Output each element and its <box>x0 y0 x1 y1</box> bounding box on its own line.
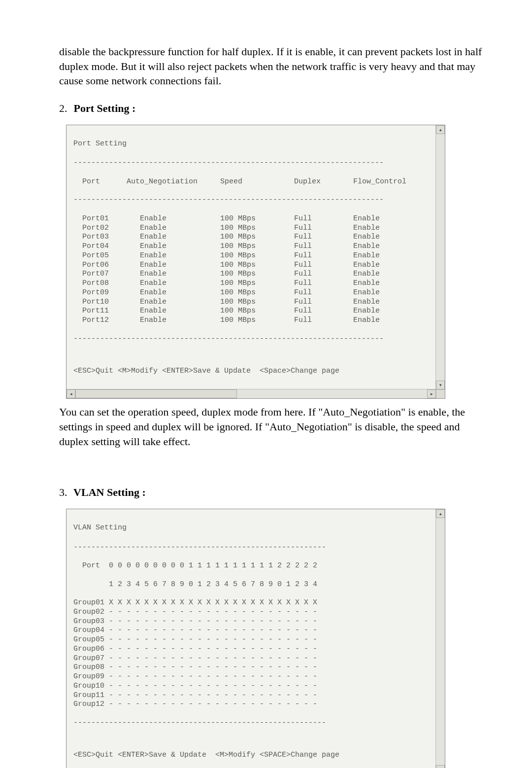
scroll-down-icon[interactable]: ▾ <box>436 765 445 768</box>
cell-auto-negotiation: Enable <box>127 261 220 270</box>
cell-auto-negotiation: Enable <box>127 298 220 307</box>
cell-port: Port01 <box>82 214 127 224</box>
col-duplex: Duplex <box>294 177 353 187</box>
cell-auto-negotiation: Enable <box>127 307 220 316</box>
table-row: Port11 Enable100 MBpsFullEnable <box>73 307 438 316</box>
table-row: Port10 Enable100 MBpsFullEnable <box>73 298 438 307</box>
scroll-right-icon[interactable]: ▸ <box>427 389 436 398</box>
vlan-window-footer: <ESC>Quit <ENTER>Save & Update <M>Modify… <box>73 751 438 760</box>
scroll-down-icon[interactable]: ▾ <box>436 381 445 389</box>
col-speed: Speed <box>220 177 294 187</box>
cell-port: Port05 <box>82 251 127 261</box>
separator: ----------------------------------------… <box>73 335 438 344</box>
intro-paragraph: disable the backpressure function for ha… <box>59 44 483 88</box>
cell-speed: 100 MBps <box>220 288 294 298</box>
scrollbar-vertical[interactable]: ▴ ▾ <box>435 509 445 768</box>
cell-flow-control: Enable <box>353 298 412 307</box>
cell-auto-negotiation: Enable <box>127 214 220 224</box>
cell-port: Port04 <box>82 242 127 251</box>
table-row: Group11 - - - - - - - - - - - - - - - - … <box>73 691 438 700</box>
cell-speed: 100 MBps <box>220 316 294 325</box>
cell-duplex: Full <box>294 288 353 298</box>
cell-flow-control: Enable <box>353 214 412 224</box>
cell-port: Port08 <box>82 279 127 288</box>
table-row: Port02 Enable100 MBpsFullEnable <box>73 224 438 233</box>
scroll-up-icon[interactable]: ▴ <box>436 125 445 134</box>
cell-flow-control: Enable <box>353 279 412 288</box>
cell-speed: 100 MBps <box>220 298 294 307</box>
cell-duplex: Full <box>294 251 353 261</box>
cell-speed: 100 MBps <box>220 307 294 316</box>
section-colon: : <box>130 102 136 114</box>
col-flow: Flow_Control <box>353 177 412 187</box>
table-row: Group03 - - - - - - - - - - - - - - - - … <box>73 617 438 627</box>
cell-auto-negotiation: Enable <box>127 288 220 298</box>
cell-auto-negotiation: Enable <box>127 233 220 242</box>
section-title: Port Setting <box>74 102 130 114</box>
cell-auto-negotiation: Enable <box>127 316 220 325</box>
cell-speed: 100 MBps <box>220 224 294 233</box>
table-row: Port05 Enable100 MBpsFullEnable <box>73 251 438 261</box>
cell-port: Port12 <box>82 316 127 325</box>
cell-speed: 100 MBps <box>220 270 294 279</box>
separator: ----------------------------------------… <box>73 719 438 728</box>
vlan-setting-window: VLAN Setting ---------------------------… <box>66 509 445 768</box>
table-row: Port03 Enable100 MBpsFullEnable <box>73 233 438 242</box>
cell-port: Port07 <box>82 270 127 279</box>
scroll-thumb[interactable] <box>75 389 237 398</box>
scroll-track[interactable] <box>436 518 445 765</box>
section-number: 2. <box>59 102 71 115</box>
cell-auto-negotiation: Enable <box>127 224 220 233</box>
table-row: Group08 - - - - - - - - - - - - - - - - … <box>73 663 438 672</box>
vlan-header-row-2: 1 2 3 4 5 6 7 8 9 0 1 2 3 4 5 6 7 8 9 0 … <box>73 580 438 590</box>
table-row: Port12 Enable100 MBpsFullEnable <box>73 316 438 325</box>
cell-duplex: Full <box>294 316 353 325</box>
table-row: Group06 - - - - - - - - - - - - - - - - … <box>73 645 438 654</box>
table-row: Group05 - - - - - - - - - - - - - - - - … <box>73 635 438 645</box>
cell-flow-control: Enable <box>353 233 412 242</box>
scroll-left-icon[interactable]: ◂ <box>66 389 75 398</box>
scrollbar-vertical[interactable]: ▴ ▾ <box>435 125 445 389</box>
cell-duplex: Full <box>294 214 353 224</box>
section-number: 3. <box>59 486 71 499</box>
scroll-corner <box>436 389 445 398</box>
table-row: Group09 - - - - - - - - - - - - - - - - … <box>73 672 438 682</box>
scroll-up-icon[interactable]: ▴ <box>436 509 445 518</box>
cell-duplex: Full <box>294 279 353 288</box>
cell-speed: 100 MBps <box>220 261 294 270</box>
port-table-header: PortAuto_NegotiationSpeedDuplexFlow_Cont… <box>73 177 438 187</box>
scrollbar-horizontal[interactable]: ◂ ▸ <box>66 389 436 398</box>
cell-port: Port10 <box>82 298 127 307</box>
cell-speed: 100 MBps <box>220 242 294 251</box>
table-row: Port09 Enable100 MBpsFullEnable <box>73 288 438 298</box>
cell-duplex: Full <box>294 298 353 307</box>
scroll-track[interactable] <box>436 134 445 381</box>
cell-port: Port03 <box>82 233 127 242</box>
vlan-window-title: VLAN Setting <box>73 524 438 533</box>
separator: ----------------------------------------… <box>73 159 438 168</box>
table-row: Group04 - - - - - - - - - - - - - - - - … <box>73 626 438 635</box>
table-row: Port06 Enable100 MBpsFullEnable <box>73 261 438 270</box>
cell-speed: 100 MBps <box>220 233 294 242</box>
table-row: Port04 Enable100 MBpsFullEnable <box>73 242 438 251</box>
port-window-footer: <ESC>Quit <M>Modify <ENTER>Save & Update… <box>73 367 438 376</box>
port-window-title: Port Setting <box>73 140 438 149</box>
cell-duplex: Full <box>294 307 353 316</box>
vlan-header-row-1: Port 0 0 0 0 0 0 0 0 0 1 1 1 1 1 1 1 1 1… <box>73 561 438 571</box>
cell-flow-control: Enable <box>353 307 412 316</box>
cell-port: Port11 <box>82 307 127 316</box>
cell-duplex: Full <box>294 224 353 233</box>
table-row: Group02 - - - - - - - - - - - - - - - - … <box>73 608 438 617</box>
section-title: VLAN Setting <box>73 486 139 498</box>
scroll-track[interactable] <box>75 389 427 398</box>
cell-flow-control: Enable <box>353 316 412 325</box>
col-port: Port <box>82 177 127 187</box>
cell-flow-control: Enable <box>353 270 412 279</box>
cell-flow-control: Enable <box>353 224 412 233</box>
table-row: Group01 X X X X X X X X X X X X X X X X … <box>73 598 438 608</box>
table-row: Group12 - - - - - - - - - - - - - - - - … <box>73 700 438 709</box>
cell-port: Port09 <box>82 288 127 298</box>
cell-auto-negotiation: Enable <box>127 242 220 251</box>
cell-flow-control: Enable <box>353 251 412 261</box>
port-setting-window: Port Setting ---------------------------… <box>66 125 445 399</box>
